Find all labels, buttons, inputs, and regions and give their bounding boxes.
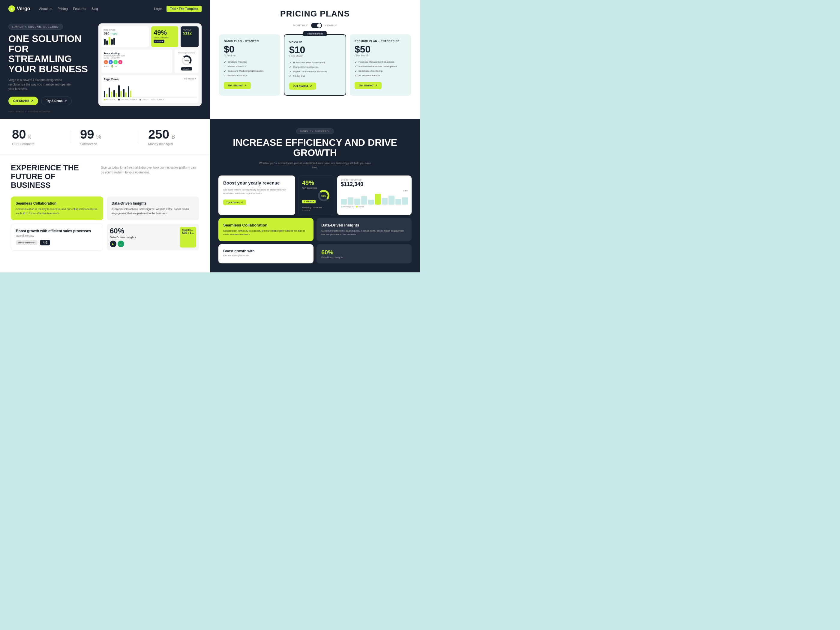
invoice-value: 520 +12% bbox=[104, 32, 147, 35]
returning-dark-label: Returning Customers bbox=[302, 207, 330, 208]
plan-growth-price: $10 bbox=[289, 45, 341, 55]
page-views-header: Page Views Per Minute ▾ bbox=[104, 78, 196, 81]
plan-enterprise: PREMIUM PLAN – ENTERPRISE $50 / Per Mont… bbox=[350, 34, 411, 96]
feature-item: ✓ Browser extension bbox=[224, 74, 275, 77]
plan-enterprise-period: / Per Month bbox=[355, 54, 406, 57]
try-demo-dark-button[interactable]: Try A Demo ↗ bbox=[223, 199, 246, 205]
boost-label: Overall Review bbox=[16, 234, 98, 237]
yearly-label: YEARLY bbox=[183, 29, 196, 31]
svg-text:51%: 51% bbox=[321, 195, 326, 197]
money-label: Money managed bbox=[148, 142, 198, 146]
pricing-panel: PRICING PLANS MONTHLY YEARLY BASIC PLAN … bbox=[210, 0, 420, 119]
legend-direct: DIRECT bbox=[139, 99, 148, 101]
boost-revenue-title: Boost your yearly revenue bbox=[223, 180, 291, 186]
plan-enterprise-price: $50 bbox=[355, 44, 406, 54]
toggle-knob bbox=[317, 24, 321, 28]
stats-features-panel: 80 k Our Customers 99 % Satisfaction 250… bbox=[0, 119, 210, 272]
trial-button[interactable]: Trial • The Template bbox=[166, 6, 202, 12]
chart-legend: REFERRAL ORGANIC SEARCH DIRECT bbox=[104, 99, 196, 101]
legend-pending: Pending (0%) bbox=[341, 206, 354, 208]
period-badge-returning: 1 month ▾ bbox=[181, 67, 192, 71]
legend-organic: ORGANIC SEARCH bbox=[118, 99, 137, 101]
pricing-title: PRICING PLANS bbox=[219, 9, 411, 19]
toggle-yearly: YEARLY bbox=[325, 24, 337, 27]
avatar-3: C bbox=[114, 60, 118, 64]
dark-badge: SIMPLIFY. SUCCEED. bbox=[296, 128, 333, 134]
boost-dark-title: Boost growth with bbox=[223, 249, 309, 253]
recommended-badge: Recommended bbox=[303, 31, 327, 36]
billing-toggle[interactable] bbox=[311, 23, 322, 28]
dark-header: SIMPLIFY. SUCCEED. INCREASE EFFICIENCY A… bbox=[218, 128, 412, 169]
revenue-pct: 54% bbox=[341, 189, 408, 192]
dark-panel: SIMPLIFY. SUCCEED. INCREASE EFFICIENCY A… bbox=[210, 119, 420, 272]
invoice-mini-label: Total Im... bbox=[182, 229, 194, 231]
feature-item: ✓ Financial Management Strategies bbox=[355, 61, 406, 63]
growth-get-started[interactable]: Get Started ↗ bbox=[289, 82, 316, 90]
satisfaction-number: 99 bbox=[80, 127, 94, 141]
svg-text:51%: 51% bbox=[185, 59, 189, 62]
yearly-value: $112 bbox=[183, 31, 196, 35]
basic-get-started[interactable]: Get Started ↗ bbox=[224, 82, 251, 89]
feature-item: ✓ Sales and Marketing Optimization bbox=[224, 69, 275, 73]
dark-top-cards: Boost your yearly revenue Our suite of t… bbox=[218, 175, 412, 215]
logo-icon: ● bbox=[8, 5, 15, 12]
login-link[interactable]: Login bbox=[154, 7, 162, 11]
plan-growth-name: GROWTH bbox=[289, 40, 341, 43]
new-customers-pct: 49% bbox=[153, 29, 176, 36]
invoice-change: +12% bbox=[110, 32, 118, 35]
avatar-4: D bbox=[118, 60, 122, 64]
boost-revenue-desc: Our suite of tools is specifically desig… bbox=[223, 188, 291, 195]
recommendation-tag: Recomendation bbox=[16, 240, 38, 245]
try-demo-button[interactable]: Try A Demo ↗ bbox=[41, 96, 72, 105]
plan-basic-name: BASIC PLAN – STARTER bbox=[224, 39, 275, 43]
new-customers-dark-label: New Customers bbox=[302, 187, 330, 189]
stat-divider bbox=[71, 131, 71, 142]
features-header: EXPERIENCE THE FUTURE OF BUSINESS Sign u… bbox=[11, 164, 199, 189]
pct-label: Data-Driven Insights bbox=[110, 236, 177, 239]
enterprise-get-started[interactable]: Get Started ↗ bbox=[355, 82, 382, 89]
avatar-1: A bbox=[104, 60, 108, 64]
revenue-chart bbox=[341, 193, 408, 205]
boost-revenue-card: Boost your yearly revenue Our suite of t… bbox=[218, 175, 295, 215]
plan-growth: Recommended GROWTH $10 / Per Month ✓ Hol… bbox=[284, 34, 346, 96]
satisfaction-unit: % bbox=[96, 134, 101, 140]
collaboration-desc: Communication is the key to success, and… bbox=[16, 207, 98, 215]
meeting-date: Today, December 08th bbox=[104, 55, 170, 57]
period-badge-dark[interactable]: 1 month ▾ bbox=[302, 200, 316, 204]
pricing-cards: BASIC PLAN – STARTER $0 / Life time ✓ St… bbox=[219, 34, 411, 96]
invoice-label: Total Invoice bbox=[104, 29, 147, 31]
stat-satisfaction: 99 % Satisfaction bbox=[80, 127, 130, 146]
boost-dark-card: Boost growth with efficient sales proces… bbox=[218, 244, 314, 264]
invoice-card: Total Invoice 520 +12% bbox=[101, 27, 149, 47]
logo-text: Vergo bbox=[17, 6, 30, 11]
nav-about[interactable]: About us bbox=[39, 7, 52, 11]
get-started-button[interactable]: Get Started ↗ bbox=[8, 96, 38, 105]
new-customers-dark-card: 49% New Customers 1 month ▾ 51% Returnin… bbox=[298, 175, 334, 215]
dark-pct-value: 60% bbox=[321, 249, 407, 256]
feature-insights: Data-Driven Insights Customer interactio… bbox=[107, 196, 199, 220]
per-minute-dropdown[interactable]: Per Minute ▾ bbox=[184, 78, 196, 81]
returning-donut: 51% bbox=[317, 189, 330, 202]
platform-icon-1: ▶ bbox=[110, 241, 117, 247]
meeting-title: Team Meeting bbox=[104, 52, 170, 55]
money-number: 250 bbox=[148, 127, 169, 141]
logo[interactable]: ● Vergo bbox=[8, 5, 30, 12]
feature-collaboration: Seamless Collaboration Communication is … bbox=[11, 196, 103, 220]
add-source-button[interactable]: + ADD SOURCE bbox=[151, 99, 164, 101]
nav-blog[interactable]: Blog bbox=[92, 7, 98, 11]
legend-referral: REFERRAL bbox=[104, 99, 116, 101]
meeting-time: 09:30 - 09:30 am bbox=[104, 57, 170, 59]
insights-dark-desc: Customer interactions, sales figures, we… bbox=[321, 229, 407, 237]
plan-basic: BASIC PLAN – STARTER $0 / Life time ✓ St… bbox=[219, 34, 280, 96]
customers-number: 80 bbox=[12, 127, 26, 141]
features-grid: Seamless Collaboration Communication is … bbox=[11, 196, 199, 251]
toggle-monthly: MONTHLY bbox=[293, 24, 308, 27]
feature-pct: 60% Data-Driven Insights ▶ ♪ Total I bbox=[107, 224, 199, 251]
nav-features[interactable]: Features bbox=[73, 7, 86, 11]
nav-links: About us Pricing Features Blog bbox=[39, 7, 98, 11]
collab-dark-card: Seamless Collaboration Collaboration is … bbox=[218, 218, 314, 241]
invoice-bars bbox=[104, 36, 147, 45]
yearly-card: YEARLY $112 bbox=[181, 27, 199, 47]
nav-pricing[interactable]: Pricing bbox=[58, 7, 68, 11]
page-views-chart bbox=[104, 82, 196, 98]
